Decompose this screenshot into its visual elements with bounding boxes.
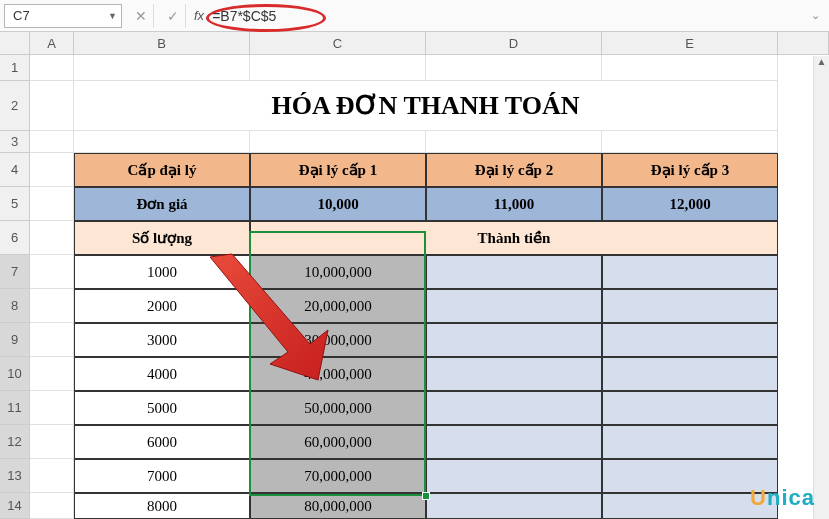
- result-e-5[interactable]: [602, 425, 778, 459]
- result-d-4[interactable]: [426, 391, 602, 425]
- cell[interactable]: [30, 255, 74, 289]
- header-dl3[interactable]: Đại lý cấp 3: [602, 153, 778, 187]
- cell[interactable]: [30, 289, 74, 323]
- price-3[interactable]: 12,000: [602, 187, 778, 221]
- accept-formula-icon[interactable]: ✓: [160, 4, 186, 28]
- result-c-1[interactable]: 20,000,000: [250, 289, 426, 323]
- row-header-10[interactable]: 10: [0, 357, 30, 391]
- cell[interactable]: [30, 55, 74, 81]
- header-cap-dai-ly[interactable]: Cấp đại lý: [74, 153, 250, 187]
- qty-1[interactable]: 2000: [74, 289, 250, 323]
- header-don-gia[interactable]: Đơn giá: [74, 187, 250, 221]
- row-header-14[interactable]: 14: [0, 493, 30, 519]
- row-header-1[interactable]: 1: [0, 55, 30, 81]
- result-d-6[interactable]: [426, 459, 602, 493]
- row-header-3[interactable]: 3: [0, 131, 30, 153]
- column-headers: ABCDE: [30, 32, 829, 55]
- cell[interactable]: [426, 131, 602, 153]
- scroll-up-icon[interactable]: ▲: [814, 56, 829, 72]
- row-header-12[interactable]: 12: [0, 425, 30, 459]
- result-e-0[interactable]: [602, 255, 778, 289]
- qty-5[interactable]: 6000: [74, 425, 250, 459]
- cell[interactable]: [74, 55, 250, 81]
- qty-4[interactable]: 5000: [74, 391, 250, 425]
- cell[interactable]: [30, 357, 74, 391]
- result-c-2[interactable]: 30,000,000: [250, 323, 426, 357]
- cells-area[interactable]: HÓA ĐƠN THANH TOÁNCấp đại lýĐại lý cấp 1…: [30, 55, 829, 519]
- qty-3[interactable]: 4000: [74, 357, 250, 391]
- cell[interactable]: [426, 55, 602, 81]
- formula-bar: C7 ▼ ✕ ✓ fx =B7*$C$5 ⌄: [0, 0, 829, 32]
- result-e-1[interactable]: [602, 289, 778, 323]
- row-headers: 1234567891011121314: [0, 55, 30, 519]
- result-d-0[interactable]: [426, 255, 602, 289]
- result-c-7[interactable]: 80,000,000: [250, 493, 426, 519]
- header-thanh-tien[interactable]: Thành tiền: [250, 221, 778, 255]
- col-header-A[interactable]: A: [30, 32, 74, 55]
- cell[interactable]: [74, 131, 250, 153]
- price-2[interactable]: 11,000: [426, 187, 602, 221]
- formula-text: =B7*$C$5: [212, 8, 276, 24]
- cell[interactable]: [30, 131, 74, 153]
- cell[interactable]: [30, 323, 74, 357]
- result-e-4[interactable]: [602, 391, 778, 425]
- cell[interactable]: [602, 55, 778, 81]
- row-header-6[interactable]: 6: [0, 221, 30, 255]
- cell[interactable]: [30, 81, 74, 131]
- result-c-3[interactable]: 40,000,000: [250, 357, 426, 391]
- cell[interactable]: [30, 187, 74, 221]
- result-c-0[interactable]: 10,000,000: [250, 255, 426, 289]
- select-all-corner[interactable]: [0, 32, 30, 55]
- cell[interactable]: [602, 131, 778, 153]
- result-e-2[interactable]: [602, 323, 778, 357]
- chevron-down-icon[interactable]: ▼: [108, 11, 117, 21]
- qty-6[interactable]: 7000: [74, 459, 250, 493]
- result-c-6[interactable]: 70,000,000: [250, 459, 426, 493]
- fx-label[interactable]: fx: [186, 8, 212, 23]
- cancel-formula-icon[interactable]: ✕: [128, 4, 154, 28]
- result-d-5[interactable]: [426, 425, 602, 459]
- cell[interactable]: [250, 55, 426, 81]
- price-1[interactable]: 10,000: [250, 187, 426, 221]
- result-c-5[interactable]: 60,000,000: [250, 425, 426, 459]
- col-header-E[interactable]: E: [602, 32, 778, 55]
- title-cell[interactable]: HÓA ĐƠN THANH TOÁN: [74, 81, 778, 131]
- cell[interactable]: [30, 391, 74, 425]
- result-c-4[interactable]: 50,000,000: [250, 391, 426, 425]
- watermark-logo: Unica: [750, 485, 815, 511]
- qty-0[interactable]: 1000: [74, 255, 250, 289]
- col-header-B[interactable]: B: [74, 32, 250, 55]
- result-e-3[interactable]: [602, 357, 778, 391]
- result-d-1[interactable]: [426, 289, 602, 323]
- cell[interactable]: [30, 425, 74, 459]
- row-header-4[interactable]: 4: [0, 153, 30, 187]
- cell[interactable]: [30, 153, 74, 187]
- row-header-5[interactable]: 5: [0, 187, 30, 221]
- result-d-2[interactable]: [426, 323, 602, 357]
- row-header-8[interactable]: 8: [0, 289, 30, 323]
- row-header-13[interactable]: 13: [0, 459, 30, 493]
- fill-handle[interactable]: [422, 492, 430, 500]
- result-d-7[interactable]: [426, 493, 602, 519]
- row-header-11[interactable]: 11: [0, 391, 30, 425]
- row-header-7[interactable]: 7: [0, 255, 30, 289]
- col-header-C[interactable]: C: [250, 32, 426, 55]
- cell[interactable]: [250, 131, 426, 153]
- header-so-luong[interactable]: Số lượng: [74, 221, 250, 255]
- header-dl1[interactable]: Đại lý cấp 1: [250, 153, 426, 187]
- qty-7[interactable]: 8000: [74, 493, 250, 519]
- cell[interactable]: [30, 221, 74, 255]
- name-box[interactable]: C7 ▼: [4, 4, 122, 28]
- result-d-3[interactable]: [426, 357, 602, 391]
- qty-2[interactable]: 3000: [74, 323, 250, 357]
- col-header-D[interactable]: D: [426, 32, 602, 55]
- formula-input[interactable]: =B7*$C$5: [212, 8, 805, 24]
- expand-formula-bar-icon[interactable]: ⌄: [805, 9, 825, 22]
- vertical-scrollbar[interactable]: ▲: [813, 56, 829, 519]
- row-header-9[interactable]: 9: [0, 323, 30, 357]
- row-header-2[interactable]: 2: [0, 81, 30, 131]
- header-dl2[interactable]: Đại lý cấp 2: [426, 153, 602, 187]
- cell[interactable]: [30, 459, 74, 493]
- name-box-value: C7: [13, 8, 30, 23]
- cell[interactable]: [30, 493, 74, 519]
